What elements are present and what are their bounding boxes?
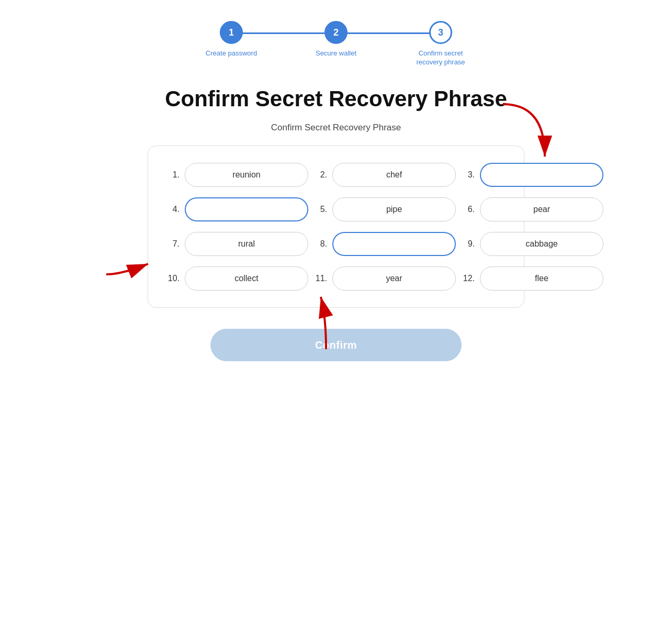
phrase-input-7[interactable] [185, 232, 308, 256]
step-3-number: 3 [438, 27, 443, 38]
phrase-number-11: 11. [315, 274, 327, 283]
phrase-input-2[interactable] [332, 163, 456, 187]
arrow-word4-icon [96, 243, 159, 285]
step-3-label: Confirm secret recovery phrase [409, 49, 472, 67]
phrase-number-7: 7. [167, 239, 180, 249]
phrase-cell-8: 8. [315, 232, 456, 256]
phrase-cell-9: 9. [462, 232, 603, 256]
phrase-cell-1: 1. [167, 163, 308, 187]
phrase-cell-3: 3. [462, 163, 603, 187]
step-2-circle: 2 [324, 21, 348, 44]
step-1-circle: 1 [220, 21, 243, 44]
phrase-input-9[interactable] [480, 232, 603, 256]
step-2-label: Secure wallet [316, 49, 356, 58]
phrase-cell-11: 11. [315, 266, 456, 291]
step-1-label: Create password [206, 49, 257, 58]
phrase-cell-4: 4. [167, 197, 308, 221]
phrase-number-4: 4. [167, 205, 180, 214]
section-label: Confirm Secret Recovery Phrase [271, 123, 401, 133]
phrase-input-6[interactable] [480, 197, 603, 221]
phrase-number-12: 12. [462, 274, 475, 283]
phrase-input-11[interactable] [332, 266, 456, 291]
phrase-cell-10: 10. [167, 266, 308, 291]
phrase-input-4[interactable] [185, 197, 308, 221]
phrase-input-1[interactable] [185, 163, 308, 187]
step-2: 2 Secure wallet [284, 21, 388, 58]
phrase-number-6: 6. [462, 205, 475, 214]
step-1-number: 1 [229, 27, 234, 38]
step-connector-1 [231, 32, 336, 34]
phrase-input-8[interactable] [332, 232, 456, 256]
phrase-number-1: 1. [167, 170, 180, 180]
phrase-input-5[interactable] [332, 197, 456, 221]
step-3-circle: 3 [429, 21, 452, 44]
phrase-number-5: 5. [315, 205, 327, 214]
phrase-cell-6: 6. [462, 197, 603, 221]
phrase-number-3: 3. [462, 170, 475, 180]
stepper: 1 Create password 2 Secure wallet 3 Conf… [179, 21, 493, 67]
step-1: 1 Create password [179, 21, 284, 58]
phrase-grid: 1.2.3.4.5.6.7.8.9.10.11.12. [167, 163, 505, 291]
phrase-input-10[interactable] [185, 266, 308, 291]
phrase-number-8: 8. [315, 239, 327, 249]
confirm-button[interactable]: Confirm [210, 329, 462, 361]
phrase-card: 1.2.3.4.5.6.7.8.9.10.11.12. [148, 146, 524, 308]
step-2-number: 2 [333, 27, 339, 38]
step-connector-2 [336, 32, 441, 34]
step-3: 3 Confirm secret recovery phrase [388, 21, 493, 67]
phrase-cell-7: 7. [167, 232, 308, 256]
main-container: 1 Create password 2 Secure wallet 3 Conf… [132, 21, 540, 361]
phrase-input-12[interactable] [480, 266, 603, 291]
phrase-input-3[interactable] [480, 163, 603, 187]
phrase-cell-2: 2. [315, 163, 456, 187]
phrase-cell-5: 5. [315, 197, 456, 221]
phrase-number-9: 9. [462, 239, 475, 249]
phrase-cell-12: 12. [462, 266, 603, 291]
phrase-number-2: 2. [315, 170, 327, 180]
phrase-number-10: 10. [167, 274, 180, 283]
page-title: Confirm Secret Recovery Phrase [165, 86, 507, 112]
